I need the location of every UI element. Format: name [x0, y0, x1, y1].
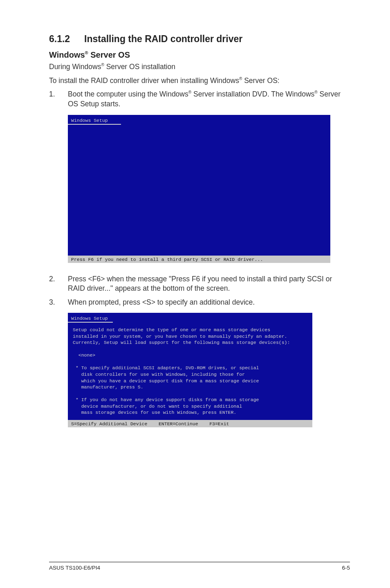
step-2-text: Press <F6> when the message "Press F6 if… [68, 274, 350, 294]
step-3-number: 3. [49, 298, 68, 307]
subheading: Windows® Server OS [49, 50, 350, 60]
paragraph-1: During Windows® Server OS installation [49, 62, 350, 72]
step-3: 3. When prompted, press <S> to specify a… [49, 298, 350, 307]
subheading-reg: ® [85, 50, 88, 55]
step-2: 2. Press <F6> when the message "Press F6… [49, 274, 350, 294]
paragraph-2: To install the RAID controller driver wh… [49, 76, 350, 86]
step1-sup2: ® [314, 90, 317, 94]
subheading-prefix: Windows [49, 50, 85, 59]
subheading-suffix: Server OS [88, 50, 130, 59]
console-1-underline [68, 124, 121, 125]
step1-a: Boot the computer using the Windows [68, 90, 188, 98]
console-2-status: S=Specify Additional Device ENTER=Contin… [68, 420, 312, 427]
p2-b: Server OS: [242, 76, 279, 85]
step-3-text: When prompted, press <S> to specify an a… [68, 298, 350, 307]
p1-sup: ® [101, 63, 104, 67]
step-1: 1. Boot the computer using the Windows® … [49, 90, 350, 109]
console-2-underline [68, 322, 113, 323]
section-heading: 6.1.2Installing the RAID controller driv… [49, 34, 350, 45]
console-screenshot-1: Windows Setup Press F6 if you need to in… [68, 115, 330, 263]
step-1-text: Boot the computer using the Windows® Ser… [68, 90, 350, 109]
p1-b: Server OS installation [104, 63, 175, 71]
p1-a: During Windows [49, 63, 101, 71]
console-1-title: Windows Setup [71, 117, 108, 124]
step-1-number: 1. [49, 90, 68, 109]
console-1-status: Press F6 if you need to install a third … [68, 256, 330, 263]
p2-a: To install the RAID controller driver wh… [49, 76, 239, 85]
section-title: Installing the RAID controller driver [84, 34, 242, 44]
footer-right: 6-5 [342, 565, 350, 571]
step-2-number: 2. [49, 274, 68, 294]
page-footer: ASUS TS100-E6/PI4 6-5 [49, 562, 350, 571]
console-screenshot-2: Windows Setup Setup could not determine … [68, 313, 312, 427]
footer-left: ASUS TS100-E6/PI4 [49, 565, 100, 571]
step1-b: Server installation DVD. The Windows [191, 90, 314, 98]
section-number: 6.1.2 [49, 34, 84, 45]
console-2-title: Windows Setup [71, 315, 108, 322]
console-2-body: Setup could not determine the type of on… [73, 327, 307, 415]
